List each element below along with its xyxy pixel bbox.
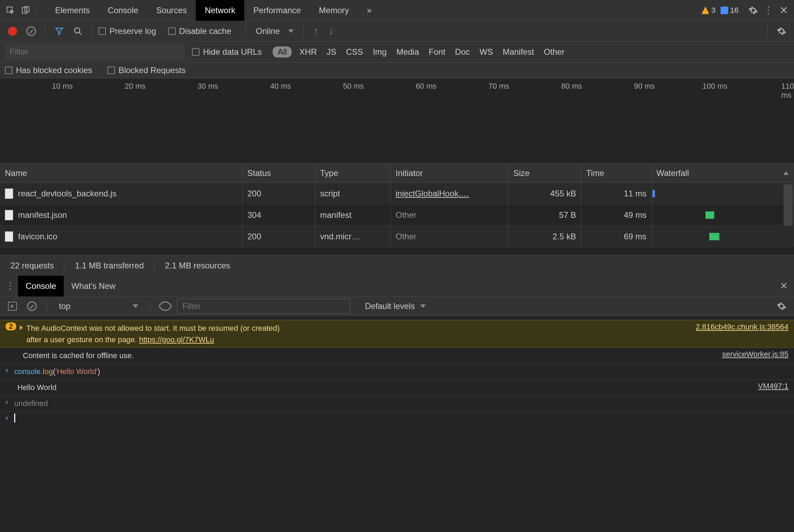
filter-type-other[interactable]: Other	[544, 47, 565, 57]
more-menu-icon[interactable]: ⋮	[761, 3, 776, 18]
filter-type-all[interactable]: All	[273, 46, 292, 57]
filter-type-manifest[interactable]: Manifest	[503, 47, 534, 57]
col-status[interactable]: Status	[242, 163, 315, 183]
drawer-more-icon[interactable]: ⋮	[3, 278, 18, 294]
filter-input[interactable]	[5, 44, 185, 60]
console-return-value: undefined	[14, 398, 788, 409]
tab-network[interactable]: Network	[196, 0, 244, 21]
warning-source-link[interactable]: 2.816cb49c.chunk.js:38564	[696, 322, 788, 331]
close-devtools-icon[interactable]: ✕	[776, 3, 791, 18]
live-expression-icon[interactable]	[158, 299, 173, 314]
filter-toggle-icon[interactable]	[52, 24, 67, 39]
console-settings-icon[interactable]	[774, 299, 789, 314]
console-info-row[interactable]: Content is cached for offline use. servi…	[0, 348, 794, 364]
settings-gear-icon[interactable]	[746, 3, 761, 18]
has-blocked-cookies-checkbox[interactable]: Has blocked cookies	[5, 65, 92, 75]
disable-cache-checkbox[interactable]: Disable cache	[168, 26, 231, 36]
search-icon[interactable]	[70, 24, 86, 39]
cell-status: 200	[242, 183, 315, 204]
tabs-overflow[interactable]: »	[358, 0, 380, 21]
timeline-tick: 40 ms	[270, 82, 291, 91]
console-input-row[interactable]: › console.log('Hello World')	[0, 364, 794, 380]
svg-point-3	[74, 28, 80, 33]
warning-count: 3	[711, 6, 715, 15]
console-output-row[interactable]: Hello World VM497:1	[0, 380, 794, 396]
throttling-select[interactable]: Online	[252, 26, 297, 36]
drawer-tabbar: ⋮ Console What's New ✕	[0, 276, 794, 296]
console-filter-input[interactable]	[177, 299, 350, 314]
tab-sources[interactable]: Sources	[147, 0, 196, 21]
close-drawer-icon[interactable]: ✕	[776, 278, 791, 294]
col-type[interactable]: Type	[315, 163, 391, 183]
expand-icon[interactable]	[20, 325, 23, 330]
cell-type: vnd.micr…	[315, 226, 391, 247]
filter-type-ws[interactable]: WS	[479, 47, 493, 57]
download-har-icon[interactable]: ↓	[325, 26, 337, 37]
sort-arrow-icon	[783, 171, 789, 175]
cell-status: 200	[242, 226, 315, 247]
filter-type-xhr[interactable]: XHR	[299, 47, 317, 57]
network-settings-icon[interactable]	[774, 24, 789, 39]
clear-button[interactable]	[24, 24, 39, 39]
tab-console[interactable]: Console	[99, 0, 147, 21]
timeline-tick: 80 ms	[561, 82, 582, 91]
table-row[interactable]: manifest.json 304 manifest Other 57 B 49…	[0, 204, 794, 226]
filter-type-doc[interactable]: Doc	[455, 47, 470, 57]
divider	[150, 301, 151, 312]
filter-type-css[interactable]: CSS	[346, 47, 363, 57]
timeline-tick: 70 ms	[488, 82, 509, 91]
filter-type-js[interactable]: JS	[327, 47, 336, 57]
issues-summary[interactable]: 3 16	[702, 6, 739, 15]
blocked-requests-checkbox[interactable]: Blocked Requests	[107, 65, 185, 75]
col-name[interactable]: Name	[0, 163, 242, 183]
console-warning-row[interactable]: 2 The AudioContext was not allowed to st…	[0, 320, 794, 348]
preserve-log-checkbox[interactable]: Preserve log	[98, 26, 156, 36]
info-source-link[interactable]: serviceWorker.js:85	[722, 350, 788, 359]
console-input-text: console.log('Hello World')	[14, 366, 788, 377]
log-levels-select[interactable]: Default levels	[361, 301, 429, 311]
context-select[interactable]: top	[54, 301, 143, 311]
col-initiator[interactable]: Initiator	[391, 163, 509, 183]
cell-initiator[interactable]: injectGlobalHook.…	[391, 183, 509, 204]
tab-elements[interactable]: Elements	[46, 0, 99, 21]
console-output: Hello World	[17, 382, 755, 393]
col-waterfall[interactable]: Waterfall	[652, 163, 794, 183]
text-cursor	[14, 414, 15, 423]
hide-data-urls-label: Hide data URLs	[203, 47, 262, 57]
chevron-down-icon	[288, 29, 294, 33]
cell-status: 304	[242, 204, 315, 225]
table-row[interactable]: favicon.ico 200 vnd.micr… Other 2.5 kB 6…	[0, 226, 794, 247]
waterfall-bar	[652, 190, 655, 197]
upload-har-icon[interactable]: ↑	[310, 26, 322, 37]
filter-type-img[interactable]: Img	[373, 47, 387, 57]
console-clear-icon[interactable]	[24, 299, 39, 314]
timeline-tick: 30 ms	[197, 82, 218, 91]
tab-performance[interactable]: Performance	[244, 0, 310, 21]
console-prompt-row[interactable]: ›	[0, 411, 794, 425]
inspect-icon[interactable]	[3, 3, 18, 18]
col-time[interactable]: Time	[581, 163, 652, 183]
console-return-row[interactable]: ‹ undefined	[0, 396, 794, 411]
output-source-link[interactable]: VM497:1	[758, 382, 788, 391]
tab-memory[interactable]: Memory	[310, 0, 358, 21]
warning-link[interactable]: https://goo.gl/7K7WLu	[139, 335, 214, 344]
network-timeline[interactable]: 10 ms 20 ms 30 ms 40 ms 50 ms 60 ms 70 m…	[0, 78, 794, 163]
filter-type-font[interactable]: Font	[429, 47, 445, 57]
col-size[interactable]: Size	[509, 163, 581, 183]
hide-data-urls-checkbox[interactable]: Hide data URLs	[192, 47, 262, 57]
checkbox-icon	[5, 66, 12, 74]
drawer-tab-console[interactable]: Console	[18, 276, 64, 296]
cell-time: 11 ms	[581, 183, 652, 204]
timeline-tick: 50 ms	[343, 82, 364, 91]
record-button[interactable]	[5, 24, 20, 39]
timeline-tick: 110 ms	[781, 82, 794, 100]
scrollbar-thumb[interactable]	[784, 184, 793, 226]
console-play-icon[interactable]	[5, 299, 20, 314]
throttling-value: Online	[256, 26, 280, 36]
device-toggle-icon[interactable]	[18, 3, 33, 18]
cell-waterfall	[652, 204, 794, 225]
table-row[interactable]: react_devtools_backend.js 200 script inj…	[0, 183, 794, 204]
filter-type-media[interactable]: Media	[396, 47, 419, 57]
drawer-tab-whatsnew[interactable]: What's New	[64, 276, 123, 296]
waterfall-bar	[709, 233, 720, 240]
